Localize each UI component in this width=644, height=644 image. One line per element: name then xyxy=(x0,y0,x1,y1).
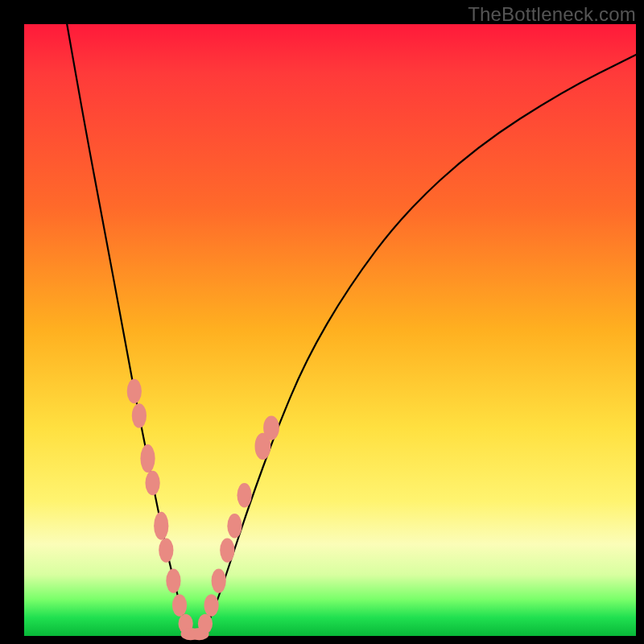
watermark-text: TheBottleneck.com xyxy=(468,3,636,26)
chart-svg xyxy=(24,24,636,636)
bead-right-0 xyxy=(198,614,213,634)
bead-right-4 xyxy=(227,514,242,538)
bead-right-7 xyxy=(263,415,279,440)
curve-layer xyxy=(67,24,636,636)
bead-right-2 xyxy=(212,568,226,592)
bead-left-1 xyxy=(132,403,147,427)
bead-right-5 xyxy=(237,483,251,507)
bead-left-2 xyxy=(140,444,155,473)
frame: TheBottleneck.com xyxy=(0,0,644,644)
bead-right-3 xyxy=(220,538,234,562)
bead-left-6 xyxy=(166,568,180,592)
bead-left-7 xyxy=(172,594,187,616)
series-right-curve xyxy=(201,55,636,636)
bead-left-4 xyxy=(154,512,168,540)
bead-left-3 xyxy=(145,471,159,495)
bead-left-5 xyxy=(159,538,173,562)
bead-layer xyxy=(127,379,279,641)
bead-right-1 xyxy=(204,594,218,616)
bead-left-0 xyxy=(127,379,142,403)
plot-area xyxy=(24,24,636,636)
